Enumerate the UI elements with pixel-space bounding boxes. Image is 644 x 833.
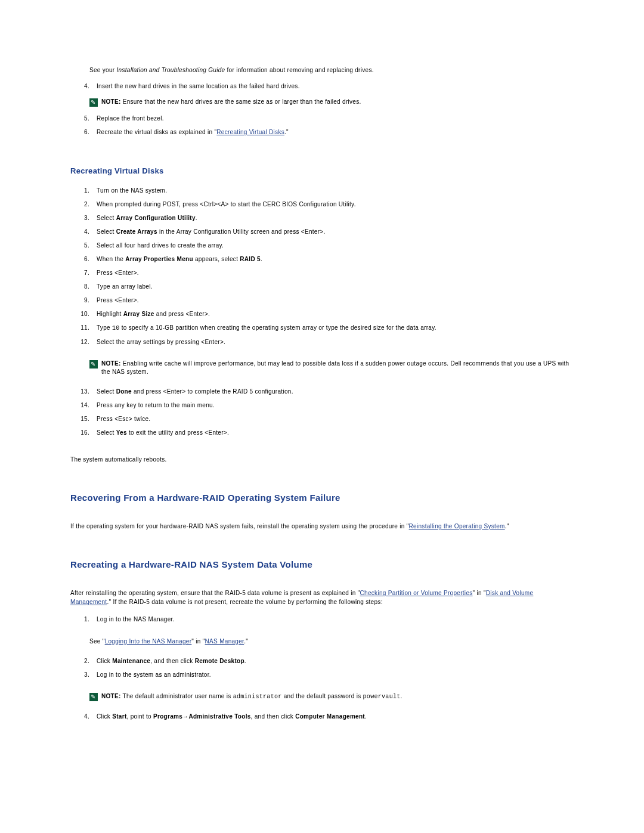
- link-logging-into-nas-manager[interactable]: Logging Into the NAS Manager: [105, 638, 192, 645]
- step-text: Click Maintenance, and then click Remote…: [97, 657, 575, 665]
- step-text: Recreate the virtual disks as explained …: [97, 128, 575, 137]
- text: Click: [97, 658, 112, 664]
- list-item: 9.Press <Enter>.: [70, 296, 575, 305]
- text: Recreate the virtual disks as explained …: [97, 129, 216, 135]
- step-number: 3.: [70, 670, 97, 679]
- note-text: NOTE: The default administrator user nam…: [101, 692, 575, 701]
- link-nas-manager[interactable]: NAS Manager: [205, 638, 244, 645]
- list-item: 3.Select Array Configuration Utility.: [70, 213, 575, 222]
- step-number: 11.: [70, 323, 97, 332]
- step-number: 15.: [70, 414, 97, 423]
- text: →: [182, 713, 188, 720]
- step-number: 3.: [70, 213, 97, 222]
- text: Select: [97, 228, 116, 235]
- intro-guide: See your Installation and Troubleshootin…: [89, 66, 575, 75]
- text: .: [244, 658, 246, 664]
- list-item: 15.Press <Esc> twice.: [70, 414, 575, 423]
- bold: Done: [116, 388, 132, 395]
- text: .": [284, 129, 289, 135]
- bold: RAID 5: [240, 256, 261, 262]
- note: NOTE: Ensure that the new hard drives ar…: [89, 98, 575, 107]
- document-page: See your Installation and Troubleshootin…: [0, 0, 644, 833]
- paragraph: After reinstalling the operating system,…: [70, 589, 575, 606]
- step-text: Press any key to return to the main menu…: [97, 401, 575, 410]
- virtual-disks-steps: 1.Turn on the NAS system. 2.When prompte…: [70, 186, 575, 346]
- code: powervault: [363, 693, 401, 700]
- list-item: 1.Turn on the NAS system.: [70, 186, 575, 195]
- bold: Array Configuration Utility: [116, 215, 196, 221]
- heading-recreating-virtual-disks: Recreating Virtual Disks: [70, 166, 575, 175]
- step-number: 7.: [70, 268, 97, 277]
- text: The default administrator user name is: [121, 693, 233, 699]
- step-number: 13.: [70, 387, 97, 396]
- bold: Array Properties Menu: [125, 256, 193, 262]
- text: Click: [97, 713, 112, 720]
- text: If the operating system for your hardwar…: [70, 523, 409, 529]
- text: See ": [89, 638, 105, 645]
- note-label: NOTE:: [101, 360, 121, 367]
- bold: Programs: [153, 713, 182, 720]
- guide-title-italic: Installation and Troubleshooting Guide: [117, 67, 225, 73]
- note: NOTE: The default administrator user nam…: [89, 692, 575, 701]
- step-text: Select Yes to exit the utility and press…: [97, 428, 575, 437]
- step-text: Type an array label.: [97, 282, 575, 291]
- link-reinstalling-os[interactable]: Reinstalling the Operating System: [409, 523, 505, 529]
- text: .": [505, 523, 509, 529]
- step-number: 14.: [70, 401, 97, 410]
- step-text: Insert the new hard drives in the same l…: [97, 82, 575, 91]
- paragraph: The system automatically reboots.: [70, 455, 575, 464]
- virtual-disks-steps-cont: 13.Select Done and press <Enter> to comp…: [70, 387, 575, 437]
- top-steps: 4.Insert the new hard drives in the same…: [70, 82, 575, 91]
- text: to exit the utility and press <Enter>.: [127, 429, 229, 436]
- link-checking-partition[interactable]: Checking Partition or Volume Properties: [360, 590, 473, 596]
- note-icon: [89, 98, 98, 107]
- bold: Administrative Tools: [188, 713, 250, 720]
- step-text: Press <Esc> twice.: [97, 414, 575, 423]
- step-text: Log in to the NAS Manager.: [97, 615, 575, 624]
- step-text: Select Array Configuration Utility.: [97, 213, 575, 222]
- step-text: Turn on the NAS system.: [97, 186, 575, 195]
- link-recreating-virtual-disks[interactable]: Recreating Virtual Disks: [216, 129, 284, 135]
- text: and the default password is: [282, 693, 363, 699]
- note-label: NOTE:: [101, 693, 121, 699]
- step-text: Select all four hard drives to create th…: [97, 241, 575, 250]
- list-item: 3.Log in to the system as an administrat…: [70, 670, 575, 679]
- data-volume-steps: 1.Log in to the NAS Manager.: [70, 615, 575, 624]
- step-text: Press <Enter>.: [97, 268, 575, 277]
- bold: Array Size: [123, 311, 154, 317]
- list-item: 4.Select Create Arrays in the Array Conf…: [70, 227, 575, 236]
- paragraph: If the operating system for your hardwar…: [70, 522, 575, 531]
- text: Type: [97, 324, 112, 331]
- text: .: [365, 713, 367, 720]
- note-icon: [89, 693, 98, 701]
- text: and press <Enter> to complete the RAID 5…: [132, 388, 293, 395]
- sub-text: See "Logging Into the NAS Manager" in "N…: [89, 637, 575, 646]
- step-number: 4.: [70, 82, 97, 91]
- step-number: 2.: [70, 200, 97, 209]
- step-number: 5.: [70, 241, 97, 250]
- step-text: When the Array Properties Menu appears, …: [97, 255, 575, 264]
- note-text: NOTE: Ensure that the new hard drives ar…: [101, 98, 575, 106]
- step-text: Type 10 to specify a 10-GB partition whe…: [97, 323, 575, 333]
- text: Select: [97, 215, 116, 221]
- text: " in ": [473, 590, 486, 596]
- list-item: 7.Press <Enter>.: [70, 268, 575, 277]
- bold: Remote Desktop: [195, 658, 244, 664]
- list-item: 12.Select the array settings by pressing…: [70, 337, 575, 346]
- step-number: 6.: [70, 128, 97, 137]
- step-number: 16.: [70, 428, 97, 437]
- list-item: 10.Highlight Array Size and press <Enter…: [70, 309, 575, 318]
- note-label: NOTE:: [101, 98, 121, 105]
- step-text: Select Create Arrays in the Array Config…: [97, 227, 575, 236]
- text: When the: [97, 256, 125, 262]
- text: , point to: [127, 713, 153, 720]
- step-text: Click Start, point to Programs→Administr…: [97, 712, 575, 721]
- list-item: 4.Click Start, point to Programs→Adminis…: [70, 712, 575, 721]
- text: .: [261, 256, 262, 262]
- list-item: 16.Select Yes to exit the utility and pr…: [70, 428, 575, 437]
- step-text: Highlight Array Size and press <Enter>.: [97, 309, 575, 318]
- list-item: 6.Recreate the virtual disks as explaine…: [70, 128, 575, 137]
- text: After reinstalling the operating system,…: [70, 590, 360, 596]
- heading-recreating-data-volume: Recreating a Hardware-RAID NAS System Da…: [70, 559, 575, 569]
- text: .": [244, 638, 248, 645]
